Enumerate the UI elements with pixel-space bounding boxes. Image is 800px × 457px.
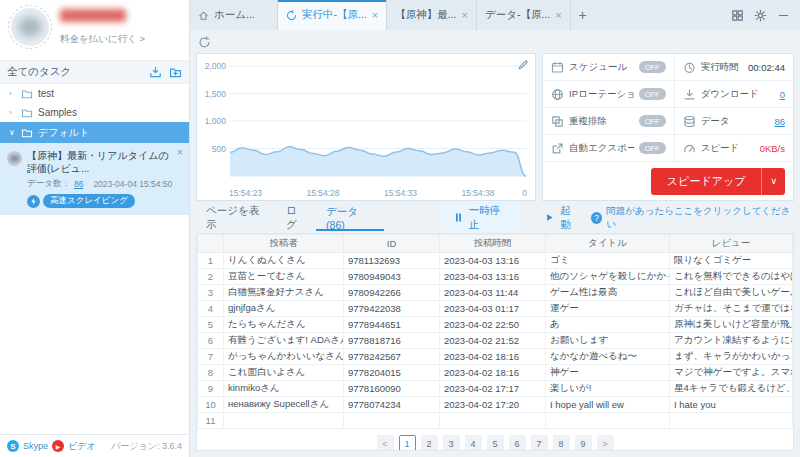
y-axis-label: 500	[199, 144, 226, 154]
close-icon[interactable]: ×	[177, 146, 183, 158]
stat-dedupe: 重複排除OFF	[543, 108, 675, 134]
table-cell	[670, 413, 793, 429]
table-row[interactable]: 3白猫無課金好ナスさん97809422662023-04-03 11:44ゲーム…	[198, 285, 793, 301]
table-row[interactable]: 6有難うございます! ADAさん97788187162023-04-02 21:…	[198, 333, 793, 349]
table-cell	[440, 413, 546, 429]
table-row[interactable]: 5たらちゃんださん97789446512023-04-02 22:50あ原神は美…	[198, 317, 793, 333]
table-row[interactable]: 4gjnjfgaさん97794220382023-04-03 01:17運ゲーガ…	[198, 301, 793, 317]
new-tab-button[interactable]: +	[571, 0, 595, 30]
page-button-9[interactable]: 9	[575, 435, 592, 451]
close-icon[interactable]: ×	[461, 9, 467, 21]
refresh-button[interactable]	[198, 36, 211, 49]
stat-gauge: スピード0KB/s	[675, 135, 793, 161]
import-task-button[interactable]	[149, 66, 162, 79]
table-cell: 2023-04-03 11:44	[440, 285, 546, 301]
tab-running[interactable]: 実行中-【原...×	[278, 0, 387, 30]
tab-label: データ-【原...	[485, 8, 550, 22]
table-row[interactable]: 7がっちゃんかわいいなさん97782425672023-04-02 18:16な…	[198, 349, 793, 365]
new-group-button[interactable]	[169, 66, 182, 79]
spinner-icon	[286, 10, 297, 21]
layout-grid-button[interactable]	[731, 9, 744, 22]
minimize-button[interactable]	[777, 9, 790, 22]
table-cell: 神ゲー	[546, 365, 670, 381]
next-page-button[interactable]: >	[597, 435, 614, 451]
table-row[interactable]: 11	[198, 413, 793, 429]
edit-chart-button[interactable]	[517, 58, 530, 71]
table-cell: ゴミ	[546, 253, 670, 269]
tab-home[interactable]: ホーム...	[190, 0, 278, 30]
table-cell: 9778818716	[344, 333, 440, 349]
pay-link[interactable]: 料金を払いに行く >	[60, 33, 145, 46]
table-cell: 9779422038	[344, 301, 440, 317]
toggle-calendar[interactable]: OFF	[639, 61, 666, 73]
main-area: ホーム...実行中-【原...×【原神】最...×データ-【原...× + 2,…	[190, 0, 800, 457]
table-row[interactable]: 10ненавижу Supecellさん97780742342023-04-0…	[198, 397, 793, 413]
prev-page-button[interactable]: <	[377, 435, 394, 451]
chevron-down-icon[interactable]: ∨	[761, 168, 785, 195]
column-header-0	[198, 235, 224, 253]
table-row[interactable]: 1りんくぬんくさん97811326932023-04-03 13:16ゴミ限りな…	[198, 253, 793, 269]
page-button-4[interactable]: 4	[465, 435, 482, 451]
table-cell: 11	[198, 413, 224, 429]
tree-item-label: Samples	[38, 107, 77, 118]
page-button-3[interactable]: 3	[443, 435, 460, 451]
avatar[interactable]	[11, 8, 49, 46]
table-row[interactable]: 9kinmikoさん97781600902023-04-02 17:17楽しいが…	[198, 381, 793, 397]
tab-task[interactable]: 【原神】最...×	[387, 0, 477, 30]
page-button-7[interactable]: 7	[531, 435, 548, 451]
chevron-right-icon: ›	[9, 89, 16, 98]
help-link[interactable]: ? 問題があったらここをクリックしてください	[591, 205, 794, 231]
settings-button[interactable]	[754, 9, 767, 22]
pause-button[interactable]: 一時停止	[442, 200, 520, 236]
stat-calendar: スケジュールOFF	[543, 54, 675, 80]
stat-label: スケジュール	[569, 61, 627, 74]
stat-export: 自動エクスポートOFF	[543, 135, 675, 161]
skype-link[interactable]: Skype	[23, 441, 48, 451]
table-row[interactable]: 2豆苗とーてむさん97809490432023-04-03 13:16他のソシャ…	[198, 269, 793, 285]
table-cell: 豆苗とーてむさん	[224, 269, 344, 285]
close-icon[interactable]: ×	[372, 9, 378, 21]
stat-value[interactable]: 86	[774, 116, 785, 127]
table-cell: 9778242567	[344, 349, 440, 365]
page-button-8[interactable]: 8	[553, 435, 570, 451]
tree-item-samples[interactable]: ›Samples	[0, 103, 189, 122]
task-card[interactable]: × 【原神】最新・リアルタイムの評価(レビュ... データ数： 86 2023-…	[0, 143, 189, 215]
page-button-1[interactable]: 1	[399, 435, 416, 451]
toggle-dedupe[interactable]: OFF	[639, 115, 666, 127]
view-tab-log[interactable]: ログ	[276, 204, 316, 231]
tab-data[interactable]: データ-【原...×	[477, 0, 571, 30]
table-cell: 2023-04-02 18:16	[440, 349, 546, 365]
tree-item-default[interactable]: ∨デフォルト	[0, 122, 189, 143]
toggle-globe[interactable]: OFF	[639, 88, 666, 100]
database-icon	[683, 115, 696, 128]
page-button-2[interactable]: 2	[421, 435, 438, 451]
close-icon[interactable]: ×	[555, 9, 561, 21]
table-cell: 2023-04-03 13:16	[440, 269, 546, 285]
data-table-panel: 投稿者ID投稿時間タイトルレビュー1りんくぬんくさん97811326932023…	[196, 233, 794, 451]
video-link[interactable]: ビデオ	[68, 440, 96, 453]
bolt-icon-wrap	[29, 197, 38, 206]
speed-up-button[interactable]: スピードアップ ∨	[651, 168, 785, 195]
table-cell: まず、キャラがかわいかっこいい、魅...	[670, 349, 793, 365]
view-tab-data[interactable]: データ(86)	[316, 204, 384, 231]
stat-value[interactable]: 0	[780, 89, 785, 100]
folderplus-icon	[169, 66, 182, 79]
page-button-6[interactable]: 6	[509, 435, 526, 451]
stats-row: スケジュールOFF実行時間00:02:44	[543, 54, 793, 81]
toggle-export[interactable]: OFF	[639, 142, 666, 154]
minimize-icon	[777, 9, 790, 22]
run-stats-panel: スケジュールOFF実行時間00:02:44IPローテーションOFFダウンロード0…	[542, 53, 794, 201]
table-row[interactable]: 8これ面白いよさん97782040152023-04-02 18:16神ゲーマジ…	[198, 365, 793, 381]
table-cell: ガチャは、そこまで運ではないけど...	[670, 301, 793, 317]
x-axis-label: 15:54:28	[306, 188, 339, 198]
tasks-header-label: 全てのタスク	[7, 65, 71, 79]
dedupe-icon	[551, 115, 564, 128]
page-button-5[interactable]: 5	[487, 435, 504, 451]
stat-label: スピード	[701, 142, 740, 155]
start-button[interactable]: 起動	[533, 200, 590, 236]
tree-item-test[interactable]: ›test	[0, 84, 189, 103]
bolt-icon	[29, 197, 38, 206]
task-data-count[interactable]: 86	[74, 179, 83, 189]
stat-label: 自動エクスポート	[569, 142, 634, 155]
view-tab-page[interactable]: ページを表示	[196, 204, 276, 231]
